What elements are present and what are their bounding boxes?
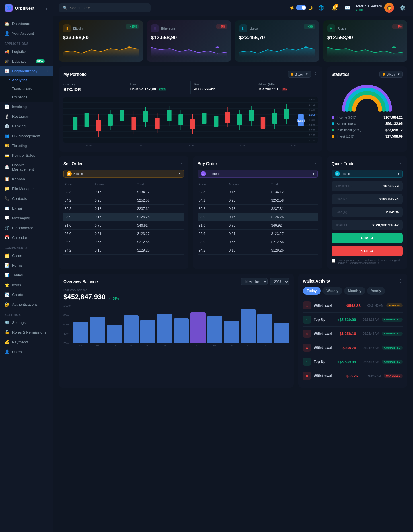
- sidebar-item-email[interactable]: ✉️ E-mail ›: [0, 203, 53, 213]
- sidebar-item-tables[interactable]: 📊 Tables: [0, 270, 53, 280]
- sidebar-item-ticketing[interactable]: 🎫 Ticketing ›: [0, 141, 53, 150]
- nav-sub-item-transactions[interactable]: Transactions: [0, 84, 53, 93]
- bar[interactable]: [190, 312, 205, 343]
- sidebar-item-point-of-sales[interactable]: 💳 Point of Sales ›: [0, 150, 53, 160]
- sidebar-item-ecommerce[interactable]: 🛒 E-commerce ›: [0, 223, 53, 233]
- moon-icon: 🌙: [308, 6, 313, 10]
- table-row[interactable]: 94.2 0.18 $129.26: [198, 246, 318, 255]
- nav-sub-item-exchange[interactable]: Exchange: [0, 93, 53, 102]
- statistics-filter-dropdown[interactable]: Bitcoin ▾: [379, 71, 403, 78]
- sidebar-item-hr-management[interactable]: 👥 HR Management ›: [0, 131, 53, 141]
- sell-button[interactable]: Sell ➜: [332, 246, 403, 256]
- order-amount: 0.25: [93, 196, 136, 205]
- activity-tab-today[interactable]: Today: [303, 287, 321, 295]
- table-row[interactable]: 92.6 0.21 $123.27: [198, 230, 318, 238]
- table-row[interactable]: 84.2 0.25 $252.58: [198, 196, 318, 205]
- sidebar-item-charts[interactable]: 📉 Charts: [0, 290, 53, 299]
- bar[interactable]: [107, 325, 122, 343]
- sidebar-item-education[interactable]: 🎓 Education NEW ›: [0, 56, 53, 66]
- bar[interactable]: [140, 320, 155, 343]
- sidebar-item-payments[interactable]: 💰 Payments: [0, 337, 53, 347]
- sidebar-item-invoicing[interactable]: 📄 Invoicing ›: [0, 102, 53, 111]
- activity-tab-weekly[interactable]: Weekly: [322, 287, 342, 295]
- sidebar-item-users[interactable]: 👤 Users: [0, 347, 53, 357]
- portfolio-filter-dropdown[interactable]: Bitcoin ▾: [288, 71, 311, 78]
- sidebar-item-contacts[interactable]: 📞 Contacts ›: [0, 194, 53, 203]
- nav-sub-item-analytics[interactable]: Analytics: [0, 76, 53, 84]
- bar[interactable]: [207, 316, 222, 343]
- notification-button[interactable]: 🔔 1: [330, 3, 339, 12]
- table-row[interactable]: 82.3 0.15 $134.12: [63, 188, 184, 196]
- table-row[interactable]: 91.6 0.75 $46.92: [198, 221, 318, 230]
- sidebar-item-file-manager[interactable]: 📁 File Manager ›: [0, 184, 53, 194]
- theme-toggle[interactable]: ☀️ 🌙: [290, 5, 313, 10]
- table-row[interactable]: 84.2 0.25 $252.58: [63, 196, 184, 205]
- table-row[interactable]: 94.2 0.18 $129.26: [63, 246, 184, 255]
- buy-button[interactable]: Buy ➜: [332, 233, 403, 243]
- month-select[interactable]: NovemberDecemberOctober: [241, 278, 268, 285]
- search-box[interactable]: 🔍: [59, 3, 151, 12]
- year-select[interactable]: 20232024: [270, 278, 289, 285]
- table-row[interactable]: 83.9 0.16 $126.26: [63, 213, 184, 221]
- table-row[interactable]: 86.2 0.18 $237.31: [63, 205, 184, 213]
- bar[interactable]: [274, 323, 289, 343]
- crypto-card-ethereum[interactable]: Ξ Ethereum $12.568,90 ↓ -5%: [147, 20, 231, 62]
- stat-label: Invest (11%): [337, 135, 385, 138]
- bar[interactable]: [73, 322, 88, 343]
- toggle-track[interactable]: [296, 5, 306, 10]
- buy-order-more-button[interactable]: ⋮: [313, 161, 318, 166]
- table-row[interactable]: 92.6 0.21 $123.27: [63, 230, 184, 238]
- sidebar-item-logistics[interactable]: 🚚 Logistics ›: [0, 47, 53, 56]
- activity-tab-monthly[interactable]: Monthly: [344, 287, 365, 295]
- sell-order-more-button[interactable]: ⋮: [179, 161, 184, 166]
- sidebar-item-hospital-management[interactable]: 🏥 Hospital Management ›: [0, 160, 53, 174]
- chevron-calendar: ›: [48, 236, 48, 239]
- portfolio-more-button[interactable]: ⋮: [313, 71, 318, 77]
- bar[interactable]: [90, 317, 105, 343]
- quick-trade-more-button[interactable]: ⋮: [398, 161, 403, 166]
- sidebar-item-icons[interactable]: ⭐ Icons: [0, 280, 53, 290]
- buy-coin-dropdown[interactable]: Ξ Ethereum ▾: [198, 170, 318, 178]
- crypto-card-bitcoin[interactable]: B Bitcoin $33.568,60 ↑ +15%: [59, 20, 143, 62]
- sidebar-item-settings[interactable]: ⚙️ Settings: [0, 318, 53, 327]
- sidebar-item-forms[interactable]: 📝 Forms: [0, 260, 53, 270]
- sidebar-item-kanban[interactable]: 📋 Kanban ›: [0, 174, 53, 184]
- sidebar-item-dashboard[interactable]: 🏠 Dashboard: [0, 19, 53, 28]
- sidebar-item-authentications[interactable]: 🔐 Authentications: [0, 299, 53, 309]
- table-row[interactable]: 86.2 0.18 $237.31: [198, 205, 318, 213]
- sidebar-item-calendar[interactable]: 📅 Calendar ›: [0, 233, 53, 242]
- bar[interactable]: [124, 315, 139, 343]
- search-input[interactable]: [70, 6, 147, 10]
- globe-icon[interactable]: 🌐: [317, 3, 326, 12]
- bar[interactable]: [224, 321, 239, 343]
- disclaimer-checkbox[interactable]: [332, 259, 335, 263]
- crypto-card-litecoin[interactable]: Ł Litecoin $23.456,70 ↑ +3%: [235, 20, 319, 62]
- sidebar-item-banking[interactable]: 🏦 Banking ›: [0, 121, 53, 131]
- crypto-card-ripple[interactable]: R Ripple $12.568,90 ↓ -5%: [323, 20, 407, 62]
- sidebar-item-messaging[interactable]: 💬 Messaging ›: [0, 213, 53, 223]
- user-avatar[interactable]: 👩: [384, 3, 394, 13]
- activity-tab-yearly[interactable]: Yearly: [367, 287, 385, 295]
- chevron-file-manager: ›: [48, 187, 48, 190]
- table-row[interactable]: 93.9 0.55 $212.56: [198, 238, 318, 246]
- bar[interactable]: [257, 314, 272, 343]
- bar[interactable]: [241, 309, 256, 343]
- sidebar-item-roles-permissions[interactable]: 🔒 Roles & Permissions: [0, 327, 53, 337]
- table-row[interactable]: 83.9 0.16 $126.26: [198, 213, 318, 221]
- sidebar-menu-dots[interactable]: ⋮: [45, 6, 48, 10]
- sell-coin-dropdown[interactable]: B Bitcoin ▾: [63, 170, 184, 178]
- sidebar-item-restaurant[interactable]: 🍴 Restaurant ›: [0, 111, 53, 121]
- trade-coin-dropdown[interactable]: Ł Litecoin ▾: [332, 170, 403, 178]
- table-row[interactable]: 93.9 0.55 $212.56: [63, 238, 184, 246]
- mail-icon[interactable]: ✉️: [343, 3, 352, 12]
- sidebar-item-cryptocurrency[interactable]: 📈 Cryptocurrency ▾: [0, 66, 53, 76]
- table-row[interactable]: 82.3 0.15 $134.12: [198, 188, 318, 196]
- bar[interactable]: [174, 318, 189, 343]
- bar[interactable]: [157, 314, 172, 343]
- wallet-activity-more-button[interactable]: ⋮: [398, 278, 403, 284]
- bar-y-labels: 1,000k800k600k400k200k: [63, 304, 71, 345]
- table-row[interactable]: 91.6 0.75 $46.92: [63, 221, 184, 230]
- sidebar-item-cards[interactable]: 🗂️ Cards: [0, 251, 53, 260]
- sidebar-item-your-account[interactable]: 👤 Your Account ›: [0, 28, 53, 38]
- settings-icon[interactable]: ⚙️: [398, 3, 407, 12]
